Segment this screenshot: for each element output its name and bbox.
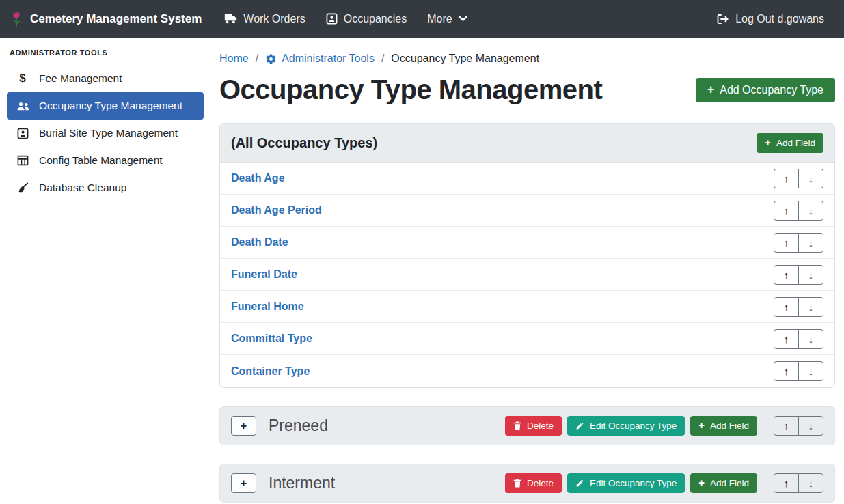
- breadcrumb-admin-tools-label: Administrator Tools: [282, 53, 375, 65]
- expand-button[interactable]: +: [231, 473, 256, 493]
- move-down-button[interactable]: ↓: [798, 265, 823, 285]
- sidebar-item-fee-management[interactable]: $ Fee Management: [7, 65, 204, 92]
- expand-button[interactable]: +: [231, 416, 256, 436]
- nav-item-occupancies[interactable]: Occupancies: [316, 0, 418, 38]
- sidebar-item-label: Occupancy Type Management: [39, 100, 182, 112]
- field-row: Committal Type ↑ ↓: [220, 323, 834, 355]
- plus-icon: +: [698, 478, 705, 488]
- breadcrumb-current: Occupancy Type Management: [391, 53, 539, 65]
- main-content: Home / Administrator Tools / Occupancy T…: [210, 38, 844, 504]
- nav-item-label: Work Orders: [243, 13, 305, 25]
- field-link-death-age[interactable]: Death Age: [231, 172, 285, 184]
- sidebar-item-database-cleanup[interactable]: Database Cleanup: [7, 174, 204, 201]
- move-down-button[interactable]: ↓: [798, 233, 823, 253]
- reorder-controls: ↑ ↓: [774, 473, 823, 493]
- move-down-button[interactable]: ↓: [798, 416, 823, 436]
- reorder-controls: ↑ ↓: [774, 233, 823, 253]
- logout-label: Log Out d.gowans: [735, 13, 824, 25]
- edit-occupancy-type-button[interactable]: Edit Occupancy Type: [567, 416, 685, 436]
- move-up-button[interactable]: ↑: [774, 201, 799, 221]
- section-actions: Delete Edit Occupancy Type + Add Field ↑: [505, 473, 823, 493]
- delete-label: Delete: [527, 478, 554, 488]
- delete-button[interactable]: Delete: [505, 473, 562, 493]
- occupancy-type-section-interment: + Interment Delete: [219, 464, 835, 503]
- nav-item-label: Occupancies: [344, 13, 407, 25]
- field-link-funeral-home[interactable]: Funeral Home: [231, 300, 304, 313]
- move-up-button[interactable]: ↑: [774, 361, 799, 381]
- occupancy-icon: [326, 13, 338, 25]
- logout-button[interactable]: Log Out d.gowans: [707, 0, 834, 38]
- sidebar-header: Administrator Tools: [7, 47, 204, 65]
- nav-item-work-orders[interactable]: Work Orders: [214, 0, 315, 38]
- sidebar: Administrator Tools $ Fee Management Occ…: [0, 38, 210, 504]
- sidebar-item-config-table-management[interactable]: Config Table Management: [7, 147, 204, 174]
- move-down-button[interactable]: ↓: [798, 201, 823, 221]
- brand-text: Cemetery Management System: [30, 12, 202, 26]
- move-down-button[interactable]: ↓: [798, 329, 823, 349]
- plus-icon: +: [707, 84, 714, 96]
- edit-occupancy-type-label: Edit Occupancy Type: [590, 421, 677, 431]
- field-row: Death Date ↑ ↓: [220, 227, 834, 259]
- add-occupancy-type-button[interactable]: + Add Occupancy Type: [696, 78, 835, 102]
- burial-site-icon: [15, 128, 30, 139]
- add-field-button[interactable]: + Add Field: [690, 473, 757, 493]
- section-actions: Delete Edit Occupancy Type + Add Field ↑: [505, 416, 823, 436]
- breadcrumb-admin-tools-link[interactable]: Administrator Tools: [265, 53, 375, 65]
- brand-link[interactable]: Cemetery Management System: [10, 10, 202, 28]
- pencil-icon: [575, 479, 584, 488]
- field-row: Container Type ↑ ↓: [220, 355, 834, 387]
- chevron-down-icon: [459, 16, 467, 22]
- page-header: Occupancy Type Management + Add Occupanc…: [219, 74, 835, 105]
- move-up-button[interactable]: ↑: [774, 265, 799, 285]
- card-title: (All Occupancy Types): [231, 135, 377, 151]
- table-icon: [15, 155, 30, 166]
- field-row: Death Age Period ↑ ↓: [220, 195, 834, 227]
- top-navbar: Cemetery Management System Work Orders O…: [0, 0, 844, 38]
- sidebar-item-label: Burial Site Type Management: [39, 127, 178, 139]
- field-row: Funeral Date ↑ ↓: [220, 259, 834, 291]
- add-field-label: Add Field: [710, 421, 749, 431]
- add-field-button[interactable]: + Add Field: [690, 416, 757, 436]
- add-field-label: Add Field: [710, 478, 749, 488]
- field-link-container-type[interactable]: Container Type: [231, 365, 310, 378]
- all-occupancy-types-card: (All Occupancy Types) + Add Field Death …: [219, 123, 835, 388]
- sidebar-item-burial-site-type-management[interactable]: Burial Site Type Management: [7, 120, 204, 147]
- move-up-button[interactable]: ↑: [774, 169, 799, 188]
- truck-icon: [224, 14, 237, 24]
- pencil-icon: [575, 421, 584, 430]
- breadcrumb-separator: /: [256, 53, 258, 65]
- field-link-funeral-date[interactable]: Funeral Date: [231, 268, 297, 281]
- reorder-controls: ↑ ↓: [774, 169, 823, 188]
- nav-item-more[interactable]: More: [417, 0, 477, 38]
- field-link-death-age-period[interactable]: Death Age Period: [231, 204, 322, 216]
- edit-occupancy-type-button[interactable]: Edit Occupancy Type: [567, 473, 685, 493]
- move-up-button[interactable]: ↑: [774, 416, 799, 436]
- edit-occupancy-type-label: Edit Occupancy Type: [590, 478, 677, 488]
- trash-icon: [513, 421, 521, 430]
- sidebar-item-label: Database Cleanup: [39, 182, 126, 194]
- all-occupancy-types-header: (All Occupancy Types) + Add Field: [220, 124, 834, 163]
- move-down-button[interactable]: ↓: [798, 297, 823, 317]
- move-up-button[interactable]: ↑: [774, 329, 799, 349]
- move-down-button[interactable]: ↓: [798, 169, 823, 188]
- field-link-death-date[interactable]: Death Date: [231, 236, 288, 249]
- reorder-controls: ↑ ↓: [774, 416, 823, 436]
- move-down-button[interactable]: ↓: [798, 361, 823, 381]
- add-field-button[interactable]: + Add Field: [757, 133, 823, 153]
- field-row: Death Age ↑ ↓: [220, 163, 834, 195]
- sidebar-item-label: Fee Management: [39, 72, 122, 85]
- dollar-icon: $: [15, 72, 30, 85]
- delete-button[interactable]: Delete: [505, 416, 562, 436]
- move-up-button[interactable]: ↑: [774, 297, 799, 317]
- add-field-label: Add Field: [776, 138, 815, 148]
- occupancy-type-section-preneed: + Preneed Delete: [219, 406, 835, 445]
- field-link-committal-type[interactable]: Committal Type: [231, 333, 312, 345]
- trash-icon: [513, 479, 521, 488]
- plus-icon: +: [765, 138, 771, 148]
- breadcrumb-home-link[interactable]: Home: [219, 53, 249, 65]
- breadcrumb: Home / Administrator Tools / Occupancy T…: [219, 48, 835, 66]
- move-up-button[interactable]: ↑: [774, 233, 799, 253]
- move-down-button[interactable]: ↓: [798, 473, 823, 493]
- sidebar-item-occupancy-type-management[interactable]: Occupancy Type Management: [7, 92, 204, 120]
- move-up-button[interactable]: ↑: [774, 473, 799, 493]
